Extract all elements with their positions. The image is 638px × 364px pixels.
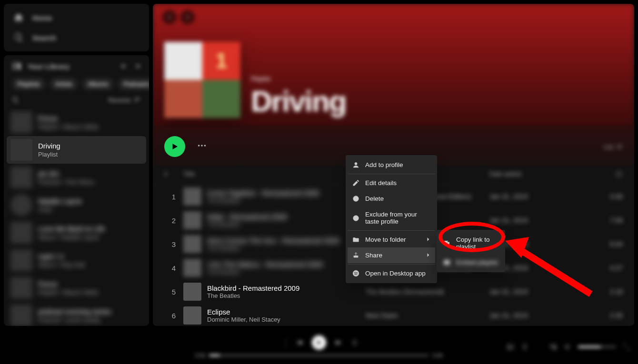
library-item-cover <box>10 222 32 244</box>
track-cover <box>183 283 201 301</box>
library-item[interactable]: rupin i riAlbum • Ray Hall <box>7 246 146 274</box>
volume-slider[interactable] <box>578 346 616 348</box>
menu-delete-label: Delete <box>365 195 384 202</box>
col-number: # <box>164 168 183 181</box>
track-cover <box>183 187 201 206</box>
chip-albums[interactable]: Albums <box>82 78 114 90</box>
nav-forward-button[interactable] <box>180 10 195 24</box>
library-item-name: Love Me Back to Life <box>38 225 105 233</box>
library-item-name: rupin i ri <box>38 252 85 260</box>
home-icon <box>13 12 24 23</box>
chip-podcasts[interactable]: Podcasts & Shows <box>118 78 149 90</box>
library-item[interactable]: FocusPlaylist • Mason Wells <box>7 108 146 136</box>
volume-icon[interactable] <box>564 343 571 351</box>
library-item[interactable]: DrivingPlaylist <box>7 136 146 164</box>
more-options-button[interactable] <box>197 140 207 153</box>
chip-playlists[interactable]: Playlists <box>11 78 46 90</box>
lyrics-icon[interactable] <box>521 343 528 351</box>
nav-back-button[interactable] <box>162 10 177 24</box>
view-toggle[interactable]: List <box>604 143 623 150</box>
share-submenu: Copy link to playlist Embed playlist <box>437 230 505 272</box>
plus-icon[interactable] <box>120 62 127 70</box>
track-cover <box>183 235 201 253</box>
queue-icon[interactable] <box>535 343 543 351</box>
library-item-cover <box>10 277 32 299</box>
track-index: 6 <box>164 312 183 320</box>
svg-rect-11 <box>550 344 555 348</box>
play-icon <box>170 142 179 151</box>
track-date: Jan 31, 2024 <box>489 193 585 200</box>
track-title: Eclipse <box>207 308 280 316</box>
library-item-name: podcast evening series <box>38 307 111 315</box>
library-item-cover <box>10 305 32 326</box>
search-in-library-icon[interactable] <box>11 96 19 104</box>
nav-top: Home Search <box>4 4 149 51</box>
table-row[interactable]: 5Blackbird - Remastered 2009The BeatlesT… <box>153 280 634 304</box>
library-item-meta: Podcast • world vanilla <box>38 316 111 324</box>
library-item-name: Focus <box>38 280 99 288</box>
chevron-right-icon <box>426 236 430 243</box>
library-title[interactable]: Your Library <box>11 61 70 71</box>
progress-bar[interactable]: 0:00 0:00 <box>195 353 443 358</box>
menu-delete[interactable]: Delete <box>348 191 435 207</box>
track-date: Jan 31, 2024 <box>489 216 585 224</box>
arrow-right-icon[interactable] <box>134 62 141 70</box>
previous-icon[interactable] <box>296 339 303 346</box>
track-title: Come Together - Remastered 2009 <box>207 189 319 197</box>
menu-open-desktop-label: Open in Desktop app <box>365 270 426 277</box>
menu-edit-details[interactable]: Edit details <box>348 175 435 191</box>
devices-icon[interactable] <box>549 343 557 351</box>
play-button[interactable] <box>164 136 185 157</box>
library-item[interactable]: Natalie LayneArtist <box>7 191 146 219</box>
menu-move-label: Move to folder <box>365 236 406 243</box>
library-item[interactable]: pic dmPodcast • Terri Moss <box>7 164 146 191</box>
x-circle-icon <box>352 215 359 222</box>
menu-add-to-profile[interactable]: Add to profile <box>348 157 435 173</box>
library-item-cover <box>10 167 32 188</box>
track-index: 3 <box>164 240 183 248</box>
menu-exclude[interactable]: Exclude from your taste profile <box>348 207 435 229</box>
library-item[interactable]: podcast evening seriesPodcast • world va… <box>7 302 146 326</box>
svg-rect-10 <box>508 344 513 349</box>
menu-edit-details-label: Edit details <box>365 179 397 187</box>
track-duration: 2:35 <box>585 312 623 319</box>
fullscreen-icon[interactable] <box>623 343 630 351</box>
player-bar: 0:00 0:00 <box>0 330 638 364</box>
table-row[interactable]: 6EclipseDominic Miller, Neil StaceyNew D… <box>153 304 634 326</box>
submenu-embed[interactable]: Embed playlist <box>439 255 503 270</box>
main-topbar <box>153 4 634 30</box>
track-artist: The Beatles <box>207 197 319 204</box>
track-index: 4 <box>164 264 183 272</box>
library-item[interactable]: FocusPlaylist • Mason Wells <box>7 274 146 302</box>
recents-sort[interactable]: Recents <box>108 96 141 104</box>
repeat-icon[interactable] <box>351 339 359 346</box>
playlist-name: Driving <box>251 84 346 118</box>
next-icon[interactable] <box>335 339 342 346</box>
menu-open-desktop[interactable]: Open in Desktop app <box>348 266 435 281</box>
library-item[interactable]: Love Me Back to LifeAlbum • Natalie Layn… <box>7 219 146 246</box>
track-index: 1 <box>164 193 183 201</box>
library-item-meta: Podcast • Terri Moss <box>38 178 94 186</box>
chip-artists[interactable]: Artists <box>50 78 78 90</box>
track-title: Help! - Remastered 2009 <box>207 213 287 221</box>
track-artist: The Beatles <box>207 245 339 252</box>
folder-icon <box>352 236 359 243</box>
menu-move-to-folder[interactable]: Move to folder <box>348 232 435 247</box>
chevron-right-icon <box>184 14 191 20</box>
submenu-copy-link[interactable]: Copy link to playlist <box>439 232 503 255</box>
menu-share[interactable]: Share <box>348 247 435 263</box>
clock-icon <box>615 170 623 178</box>
playlist-type-label: Playlist <box>251 75 346 82</box>
library-subheader: Recents <box>4 94 149 108</box>
col-duration <box>585 168 623 181</box>
svg-point-2 <box>204 145 206 147</box>
view-mode-label: List <box>604 143 613 150</box>
player-right-controls <box>444 343 630 351</box>
shuffle-icon[interactable] <box>279 339 287 346</box>
nav-home[interactable]: Home <box>11 8 141 28</box>
now-playing-view-icon[interactable] <box>507 343 514 351</box>
submenu-embed-label: Embed playlist <box>456 259 498 266</box>
player-play-button[interactable] <box>312 335 326 350</box>
track-duration: 6:04 <box>585 240 623 248</box>
nav-search[interactable]: Search <box>11 28 141 48</box>
